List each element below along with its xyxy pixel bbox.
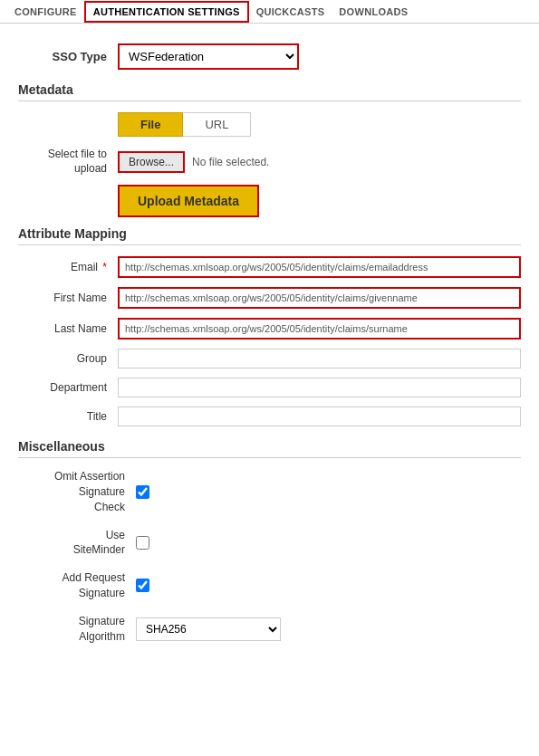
- browse-label: Select file to upload: [18, 148, 118, 176]
- sso-type-label: SSO Type: [18, 50, 118, 63]
- attr-row-title: Title: [18, 407, 521, 426]
- attr-label-group: Group: [18, 352, 118, 365]
- misc-row-omit-assertion: Omit AssertionSignatureCheck: [18, 469, 521, 514]
- no-file-text: No file selected.: [192, 156, 269, 168]
- file-url-toggle: File URL: [118, 112, 521, 137]
- upload-row: Upload Metadata: [118, 185, 521, 217]
- attr-row-email: Email *: [18, 256, 521, 278]
- misc-row-add-request-sig: Add RequestSignature: [18, 570, 521, 601]
- sso-type-select[interactable]: WSFederation SAML OpenID: [118, 43, 299, 70]
- metadata-section-header: Metadata: [18, 82, 521, 101]
- misc-checkbox-use-siteminder[interactable]: [136, 536, 149, 550]
- signature-algorithm-row: SignatureAlgorithm SHA256 SHA1 SHA512: [18, 614, 521, 645]
- misc-fields: Omit AssertionSignatureCheckUseSiteMinde…: [18, 469, 521, 601]
- sso-type-row: SSO Type WSFederation SAML OpenID: [18, 43, 521, 70]
- misc-label-add-request-sig: Add RequestSignature: [18, 570, 136, 601]
- nav-authentication-settings[interactable]: AUTHENTICATION SETTINGS: [84, 1, 249, 23]
- main-content: SSO Type WSFederation SAML OpenID Metada…: [0, 24, 539, 667]
- top-nav: CONFIGURE AUTHENTICATION SETTINGS QUICKC…: [0, 0, 539, 24]
- attr-label-department: Department: [18, 381, 118, 394]
- misc-label-use-siteminder: UseSiteMinder: [18, 528, 136, 559]
- nav-downloads[interactable]: DOWNLOADS: [332, 3, 415, 21]
- attr-row-group: Group: [18, 349, 521, 368]
- attr-label-last-name: Last Name: [18, 322, 118, 335]
- misc-checkbox-add-request-sig[interactable]: [136, 579, 149, 592]
- attr-label-first-name: First Name: [18, 292, 118, 304]
- browse-row: Select file to upload Browse... No file …: [18, 148, 521, 176]
- attr-label-title: Title: [18, 410, 118, 423]
- misc-label-omit-assertion: Omit AssertionSignatureCheck: [18, 469, 136, 514]
- misc-checkbox-omit-assertion[interactable]: [136, 485, 149, 499]
- nav-quickcasts[interactable]: QUICKCASTS: [249, 3, 332, 21]
- nav-configure[interactable]: CONFIGURE: [7, 3, 84, 21]
- misc-row-use-siteminder: UseSiteMinder: [18, 528, 521, 559]
- url-button[interactable]: URL: [183, 112, 251, 137]
- signature-algorithm-select[interactable]: SHA256 SHA1 SHA512: [136, 617, 281, 641]
- attr-row-last-name: Last Name: [18, 318, 521, 340]
- attr-input-group[interactable]: [118, 349, 521, 368]
- file-button[interactable]: File: [118, 112, 183, 137]
- upload-metadata-button[interactable]: Upload Metadata: [118, 185, 259, 217]
- browse-button[interactable]: Browse...: [118, 151, 185, 173]
- attr-row-department: Department: [18, 378, 521, 397]
- attr-label-email: Email *: [18, 261, 118, 273]
- signature-algorithm-label: SignatureAlgorithm: [18, 614, 136, 645]
- attr-input-last-name[interactable]: [118, 318, 521, 340]
- attr-input-department[interactable]: [118, 378, 521, 397]
- attr-input-email[interactable]: [118, 256, 521, 278]
- attr-row-first-name: First Name: [18, 287, 521, 309]
- attr-input-first-name[interactable]: [118, 287, 521, 309]
- attribute-fields: Email *First NameLast NameGroupDepartmen…: [18, 256, 521, 426]
- attr-input-title[interactable]: [118, 407, 521, 426]
- miscellaneous-section-header: Miscellaneous: [18, 439, 521, 458]
- attribute-mapping-section-header: Attribute Mapping: [18, 226, 521, 245]
